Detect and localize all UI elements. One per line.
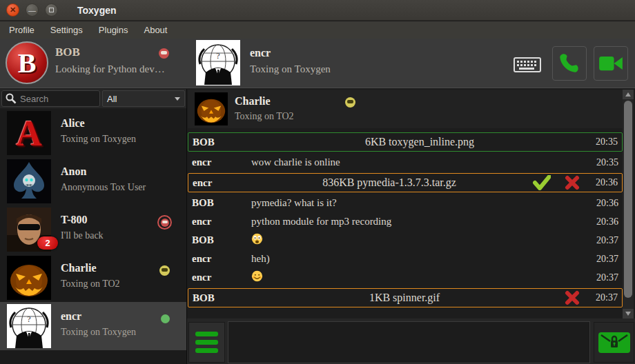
chat-peer-name: Charlie — [235, 95, 271, 108]
scroll-up-icon[interactable] — [623, 90, 634, 99]
message-row: encr heh) 20:37 — [188, 250, 623, 268]
message-row: encr python module for mp3 recording 20:… — [188, 212, 623, 231]
message-time: 20:36 — [588, 198, 618, 209]
avatar — [7, 256, 51, 300]
minimize-icon[interactable]: — — [26, 3, 39, 17]
chat-menu-button[interactable] — [188, 322, 225, 363]
smiling-face-emoji-icon — [251, 270, 263, 282]
keyboard-icon — [514, 57, 541, 72]
message-time: 20:37 — [588, 254, 618, 265]
scrollbar-thumb[interactable] — [624, 101, 632, 298]
message-time: 20:36 — [587, 177, 618, 188]
encrypted-send-icon — [598, 330, 631, 355]
search-row: All — [0, 89, 186, 108]
contact-item-alice[interactable]: A Alice Toxing on Toxygen — [0, 109, 186, 157]
message-row: BOB 20:37 — [188, 231, 623, 250]
send-message-button[interactable] — [594, 322, 634, 363]
menu-profile[interactable]: Profile — [2, 23, 41, 37]
avatar: ? — [7, 304, 51, 348]
scared-face-emoji-icon — [251, 233, 263, 245]
message-text: pymedia? what is it? — [251, 197, 588, 209]
avatar — [195, 92, 228, 125]
scroll-down-icon[interactable] — [623, 309, 634, 318]
message-row: encr 20:37 — [188, 268, 623, 287]
contact-item-charlie[interactable]: Charlie Toxing on TO2 — [0, 254, 186, 302]
message-time: 20:37 — [587, 292, 618, 303]
message-sender: encr — [192, 272, 251, 283]
contact-item-t800[interactable]: T-800 I'll be back 2 — [0, 205, 186, 254]
busy-unread-status-icon — [157, 215, 172, 230]
self-avatar[interactable]: B — [6, 41, 48, 84]
accept-transfer-icon[interactable] — [533, 175, 551, 190]
contact-item-anon[interactable]: Anon Anonymous Tox User — [0, 157, 186, 205]
contact-status-message: Toxing on TO2 — [61, 279, 120, 290]
window-title: Toxygen — [77, 5, 117, 16]
svg-text:?: ? — [216, 51, 219, 61]
video-call-button[interactable] — [594, 46, 628, 81]
message-sender: BOB — [193, 136, 252, 148]
message-sender: encr — [192, 253, 251, 265]
message-time: 20:37 — [588, 272, 618, 283]
contact-name: Alice — [61, 117, 85, 130]
message-text: python module for mp3 recording — [251, 216, 588, 228]
message-list: BOB 6KB toxygen_inline.png 20:35 encr wo… — [188, 131, 623, 318]
file-transfer-row: BOB 1KB spinner.gif 20:37 — [188, 288, 623, 307]
message-text: wow charlie is online — [251, 156, 588, 168]
active-chat-name: encr — [250, 47, 271, 59]
message-input[interactable] — [228, 321, 590, 363]
active-chat-status-message: Toxing on Toxygen — [250, 63, 331, 75]
menu-plugins[interactable]: Plugins — [92, 23, 135, 37]
message-scrollbar — [623, 90, 634, 318]
self-busy-status-icon[interactable] — [159, 48, 169, 59]
message-sender: BOB — [192, 234, 251, 246]
audio-call-button[interactable] — [552, 46, 587, 81]
pumpkin-icon — [195, 92, 228, 125]
search-input[interactable] — [20, 94, 92, 104]
message-time: 20:35 — [587, 136, 618, 148]
file-transfer-row: encr 836KB pymedia-1.3.7.3.tar.gz 20:36 — [188, 173, 623, 192]
contact-item-encr[interactable]: ? encr Toxing on Toxygen — [0, 302, 186, 350]
anonymous-mask-icon: ? — [7, 304, 51, 348]
decline-transfer-icon[interactable] — [563, 290, 581, 305]
contact-name: T-800 — [61, 214, 88, 226]
message-sender: encr — [193, 177, 252, 189]
message-sender: BOB — [192, 197, 251, 209]
file-transfer-label: 6KB toxygen_inline.png — [252, 136, 587, 148]
avatar: A — [7, 111, 51, 155]
contact-filter-dropdown[interactable]: All — [102, 90, 185, 107]
menu-bar: Profile Settings Plugins About — [0, 21, 635, 39]
file-transfer-label: 1KB spinner.gif — [252, 292, 557, 304]
app-window: ✕ — Toxygen Profile Settings Plugins Abo… — [0, 0, 635, 364]
message-time: 20:35 — [588, 157, 618, 168]
message-time: 20:36 — [588, 216, 618, 228]
message-row: BOB pymedia? what is it? 20:36 — [188, 194, 623, 212]
pumpkin-icon — [7, 256, 51, 300]
contact-status-message: Toxing on Toxygen — [61, 327, 136, 338]
message-sender: encr — [192, 156, 251, 168]
active-chat-avatar: ? — [196, 40, 240, 85]
contact-name: Anon — [61, 165, 86, 178]
contact-status-message: Toxing on Toxygen — [61, 134, 136, 145]
unread-count-badge: 2 — [37, 236, 58, 250]
menu-settings[interactable]: Settings — [43, 23, 90, 37]
menu-about[interactable]: About — [137, 23, 174, 37]
online-status-icon — [161, 314, 170, 323]
contact-name: encr — [61, 310, 81, 323]
file-transfer-row: BOB 6KB toxygen_inline.png 20:35 — [188, 132, 623, 152]
away-status-icon — [345, 97, 355, 108]
maximize-icon[interactable] — [45, 3, 58, 17]
file-transfer-label: 836KB pymedia-1.3.7.3.tar.gz — [252, 176, 527, 189]
decline-transfer-icon[interactable] — [563, 175, 581, 190]
message-sender: encr — [192, 216, 251, 228]
avatar — [7, 159, 51, 203]
chat-peer-header: Charlie Toxing on TO2 — [188, 90, 623, 128]
screen-keyboard-button[interactable] — [514, 57, 541, 72]
message-text: heh) — [251, 253, 588, 265]
video-camera-icon — [598, 54, 623, 73]
chevron-down-icon — [175, 97, 180, 101]
self-name[interactable]: BOB — [55, 46, 80, 59]
close-icon[interactable]: ✕ — [6, 3, 19, 17]
message-time: 20:37 — [588, 235, 618, 246]
search-box — [1, 90, 100, 107]
self-status-message[interactable]: Looking for Python dev… — [55, 63, 165, 75]
